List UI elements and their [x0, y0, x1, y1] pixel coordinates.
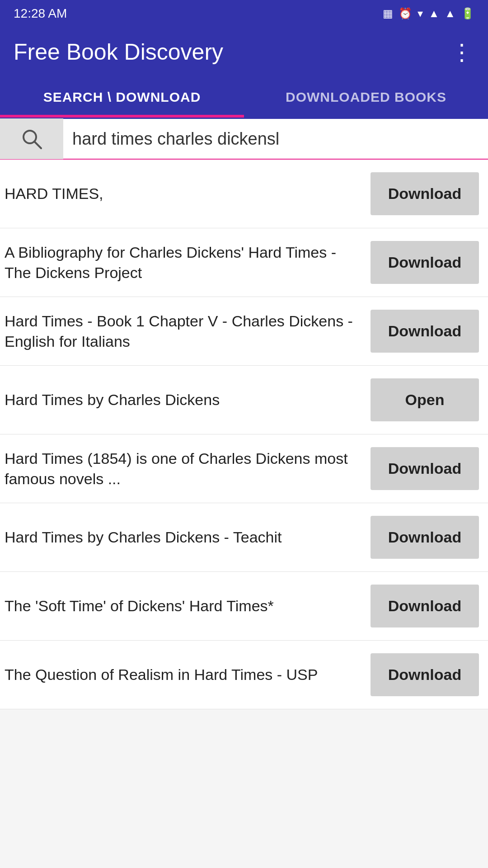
- svg-line-1: [34, 142, 41, 148]
- download-button[interactable]: Download: [371, 516, 479, 559]
- results-list: HARD TIMES,DownloadA Bibliography for Ch…: [0, 160, 488, 709]
- tab-bar: SEARCH \ DOWNLOAD DOWNLOADED BOOKS: [0, 77, 488, 119]
- search-bar: [0, 119, 488, 160]
- status-icons: ▦ ⏰ ▾ ▲ ▲ 🔋: [383, 7, 474, 20]
- battery-icon: 🔋: [461, 7, 474, 20]
- result-title: A Bibliography for Charles Dickens' Hard…: [5, 242, 371, 282]
- result-title: The Question of Realism in Hard Times - …: [5, 665, 371, 684]
- search-icon: [20, 127, 43, 150]
- result-title: HARD TIMES,: [5, 184, 371, 203]
- list-item: Hard Times - Book 1 Chapter V - Charles …: [0, 297, 488, 366]
- list-item: Hard Times (1854) is one of Charles Dick…: [0, 434, 488, 503]
- status-time: 12:28 AM: [14, 6, 67, 21]
- overflow-menu-icon[interactable]: ⋮: [450, 39, 474, 65]
- signal-icon: ▲: [428, 7, 439, 20]
- signal2-icon: ▲: [445, 7, 455, 20]
- result-title: Hard Times - Book 1 Chapter V - Charles …: [5, 311, 371, 351]
- tab-search-download[interactable]: SEARCH \ DOWNLOAD: [0, 77, 244, 118]
- download-button[interactable]: Download: [371, 310, 479, 353]
- download-button[interactable]: Download: [371, 585, 479, 627]
- list-item: Hard Times by Charles DickensOpen: [0, 366, 488, 434]
- search-button[interactable]: [0, 118, 63, 159]
- alarm-icon: ⏰: [399, 7, 412, 20]
- list-item: The Question of Realism in Hard Times - …: [0, 641, 488, 709]
- result-title: Hard Times by Charles Dickens - Teachit: [5, 527, 371, 547]
- list-item: A Bibliography for Charles Dickens' Hard…: [0, 228, 488, 297]
- list-item: Hard Times by Charles Dickens - TeachitD…: [0, 503, 488, 572]
- download-button[interactable]: Download: [371, 653, 479, 696]
- list-item: HARD TIMES,Download: [0, 160, 488, 228]
- wifi-icon: ▾: [418, 7, 423, 20]
- open-button[interactable]: Open: [371, 378, 479, 421]
- sim-icon: ▦: [383, 7, 393, 20]
- download-button[interactable]: Download: [371, 241, 479, 284]
- result-title: Hard Times by Charles Dickens: [5, 390, 371, 410]
- result-title: Hard Times (1854) is one of Charles Dick…: [5, 448, 371, 488]
- list-item: The 'Soft Time' of Dickens' Hard Times*D…: [0, 572, 488, 641]
- app-bar: Free Book Discovery ⋮: [0, 27, 488, 77]
- tab-downloaded-books[interactable]: DOWNLOADED BOOKS: [244, 77, 488, 118]
- download-button[interactable]: Download: [371, 447, 479, 490]
- app-title: Free Book Discovery: [14, 39, 223, 65]
- download-button[interactable]: Download: [371, 172, 479, 215]
- search-input[interactable]: [63, 129, 488, 149]
- result-title: The 'Soft Time' of Dickens' Hard Times*: [5, 596, 371, 616]
- status-bar: 12:28 AM ▦ ⏰ ▾ ▲ ▲ 🔋: [0, 0, 488, 27]
